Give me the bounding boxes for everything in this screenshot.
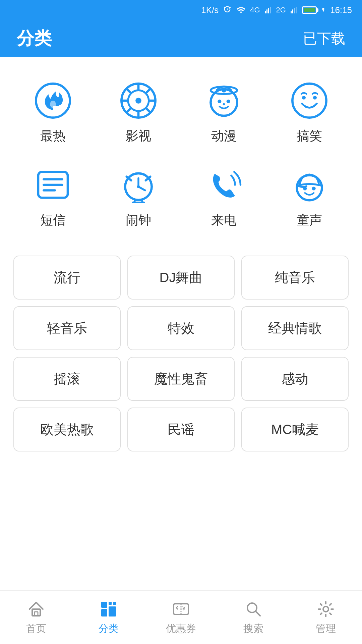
network-label: 4G bbox=[250, 6, 260, 14]
category-nav-icon bbox=[99, 599, 119, 619]
svg-rect-52 bbox=[109, 606, 116, 616]
header: 分类 已下载 bbox=[0, 20, 362, 57]
tag-magic[interactable]: 魔性鬼畜 bbox=[127, 357, 235, 401]
tag-mc[interactable]: MC喊麦 bbox=[241, 408, 349, 451]
page-title: 分类 bbox=[17, 27, 52, 50]
svg-rect-4 bbox=[291, 11, 292, 13]
speed-indicator: 1K/s bbox=[201, 5, 219, 15]
svg-rect-2 bbox=[268, 8, 269, 13]
tag-western[interactable]: 欧美热歌 bbox=[13, 408, 121, 451]
svg-point-27 bbox=[292, 84, 326, 117]
main-content: 最热 影视 bbox=[0, 57, 362, 590]
category-nav-label: 分类 bbox=[99, 622, 119, 636]
nav-home[interactable]: 首页 bbox=[0, 599, 72, 636]
svg-point-44 bbox=[303, 187, 307, 191]
children-label: 童声 bbox=[297, 212, 322, 229]
call-label: 来电 bbox=[211, 212, 237, 229]
svg-point-9 bbox=[50, 101, 56, 108]
status-icons: 1K/s 4G 2G 16:15 bbox=[201, 5, 352, 15]
tag-instrumental[interactable]: 纯音乐 bbox=[241, 256, 349, 300]
svg-rect-5 bbox=[292, 9, 293, 13]
manage-nav-icon bbox=[316, 599, 336, 619]
svg-point-37 bbox=[137, 185, 140, 188]
svg-line-20 bbox=[126, 108, 131, 113]
svg-point-12 bbox=[135, 98, 141, 104]
category-funny[interactable]: 搞笑 bbox=[266, 70, 352, 155]
svg-rect-50 bbox=[113, 602, 116, 605]
call-icon bbox=[204, 165, 244, 205]
tag-soft[interactable]: 轻音乐 bbox=[13, 306, 121, 350]
tag-folk[interactable]: 民谣 bbox=[127, 408, 235, 451]
svg-point-25 bbox=[226, 100, 230, 103]
category-movies[interactable]: 影视 bbox=[96, 70, 181, 155]
svg-rect-6 bbox=[294, 8, 295, 13]
downloaded-button[interactable]: 已下载 bbox=[303, 29, 345, 48]
network2-label: 2G bbox=[276, 6, 286, 14]
sms-icon bbox=[33, 165, 73, 205]
svg-point-29 bbox=[313, 96, 317, 100]
time-display: 16:15 bbox=[330, 5, 352, 15]
svg-rect-48 bbox=[101, 602, 107, 608]
movies-icon bbox=[118, 80, 159, 121]
bottom-navigation: 首页 分类 ¥ 优惠券 bbox=[0, 590, 362, 644]
svg-rect-51 bbox=[101, 609, 107, 616]
svg-rect-1 bbox=[266, 9, 267, 13]
tag-rock[interactable]: 摇滚 bbox=[13, 357, 121, 401]
svg-line-17 bbox=[126, 88, 131, 93]
manage-nav-label: 管理 bbox=[316, 622, 336, 636]
nav-category[interactable]: 分类 bbox=[72, 599, 145, 636]
category-hottest[interactable]: 最热 bbox=[10, 70, 96, 155]
funny-label: 搞笑 bbox=[297, 127, 322, 145]
category-anime[interactable]: 动漫 bbox=[181, 70, 266, 155]
svg-line-19 bbox=[146, 88, 151, 93]
svg-point-26 bbox=[223, 103, 225, 106]
home-nav-label: 首页 bbox=[26, 622, 46, 636]
battery-icon bbox=[302, 6, 317, 14]
tag-dj[interactable]: DJ舞曲 bbox=[127, 256, 235, 300]
svg-point-24 bbox=[218, 100, 221, 103]
nav-coupon[interactable]: ¥ 优惠券 bbox=[145, 599, 217, 636]
funny-icon bbox=[289, 80, 329, 121]
svg-rect-46 bbox=[32, 609, 40, 616]
category-alarm[interactable]: 闹钟 bbox=[96, 155, 181, 239]
coupon-nav-icon: ¥ bbox=[171, 599, 191, 619]
nav-search[interactable]: 搜索 bbox=[217, 599, 290, 636]
coupon-nav-label: 优惠券 bbox=[166, 622, 196, 636]
tag-effect[interactable]: 特效 bbox=[127, 306, 235, 350]
svg-point-45 bbox=[312, 187, 315, 191]
alarm-label: 闹钟 bbox=[126, 212, 151, 229]
category-call[interactable]: 来电 bbox=[181, 155, 266, 239]
anime-icon bbox=[204, 80, 244, 121]
icon-category-grid: 最热 影视 bbox=[10, 70, 352, 239]
svg-point-23 bbox=[222, 88, 226, 93]
alarm-icon bbox=[118, 165, 159, 205]
sms-label: 短信 bbox=[40, 212, 66, 229]
svg-rect-3 bbox=[270, 7, 271, 13]
svg-line-57 bbox=[255, 611, 260, 616]
category-sms[interactable]: 短信 bbox=[10, 155, 96, 239]
svg-text:¥: ¥ bbox=[182, 606, 185, 611]
search-nav-label: 搜索 bbox=[243, 622, 263, 636]
tag-category-grid: 流行 DJ舞曲 纯音乐 轻音乐 特效 经典情歌 摇滚 魔性鬼畜 感动 欧美热歌 … bbox=[10, 256, 352, 451]
anime-label: 动漫 bbox=[211, 127, 237, 145]
status-bar: 1K/s 4G 2G 16:15 bbox=[0, 0, 362, 20]
svg-point-28 bbox=[302, 96, 306, 100]
hottest-label: 最热 bbox=[40, 127, 66, 145]
home-nav-icon bbox=[26, 599, 46, 619]
svg-rect-7 bbox=[296, 7, 297, 13]
category-children[interactable]: 童声 bbox=[266, 155, 352, 239]
svg-line-18 bbox=[146, 108, 151, 113]
svg-rect-49 bbox=[109, 602, 112, 605]
svg-point-58 bbox=[323, 606, 328, 612]
movies-label: 影视 bbox=[126, 127, 151, 145]
search-nav-icon bbox=[243, 599, 263, 619]
tag-popular[interactable]: 流行 bbox=[13, 256, 121, 300]
tag-classic[interactable]: 经典情歌 bbox=[241, 306, 349, 350]
hottest-icon bbox=[33, 80, 73, 121]
svg-rect-0 bbox=[265, 11, 266, 13]
children-icon bbox=[289, 165, 329, 205]
nav-manage[interactable]: 管理 bbox=[290, 599, 362, 636]
tag-touching[interactable]: 感动 bbox=[241, 357, 349, 401]
